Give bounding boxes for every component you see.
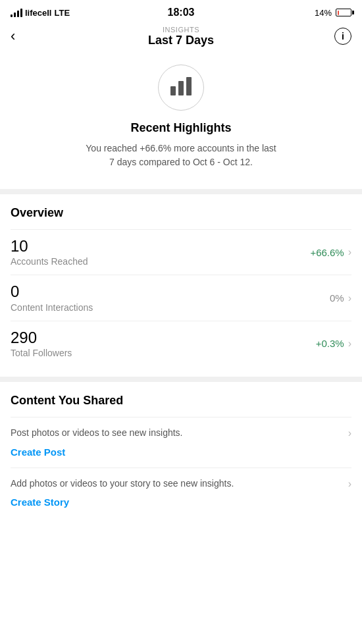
accounts-reached-number: 10 — [11, 238, 88, 255]
info-button[interactable]: i — [334, 28, 351, 45]
carrier-label: lifecell — [25, 8, 51, 18]
signal-bar-1 — [11, 14, 13, 17]
nav-header: ‹ INSIGHTS Last 7 Days i — [0, 24, 362, 51]
info-icon: i — [342, 31, 344, 41]
post-row-inner: Post photos or videos to see new insight… — [11, 427, 351, 440]
accounts-reached-left: 10 Accounts Reached — [11, 238, 88, 267]
chart-icon-circle — [158, 65, 204, 111]
total-followers-right: +0.3% › — [316, 338, 351, 350]
signal-bars — [11, 8, 22, 17]
content-interactions-label: Content Interactions — [11, 302, 93, 313]
accounts-reached-right: +66.6% › — [310, 246, 351, 258]
story-chevron: › — [348, 478, 351, 490]
story-row: Add photos or videos to your story to se… — [11, 468, 351, 518]
signal-bar-3 — [17, 11, 19, 17]
status-time: 18:03 — [168, 7, 195, 18]
signal-bar-2 — [14, 13, 16, 17]
battery-pct-label: 14% — [315, 8, 332, 18]
post-row: Post photos or videos to see new insight… — [11, 417, 351, 468]
bar-chart-icon — [169, 74, 193, 101]
content-interactions-row[interactable]: 0 Content Interactions 0% › — [11, 275, 351, 320]
content-shared-title: Content You Shared — [11, 394, 351, 408]
total-followers-number: 290 — [11, 329, 72, 346]
total-followers-change: +0.3% — [316, 338, 344, 349]
overview-section: Overview 10 Accounts Reached +66.6% › 0 … — [0, 194, 362, 382]
content-interactions-chevron: › — [348, 292, 351, 304]
post-description: Post photos or videos to see new insight… — [11, 427, 348, 440]
content-interactions-left: 0 Content Interactions — [11, 283, 93, 312]
story-description: Add photos or videos to your story to se… — [11, 477, 348, 491]
highlights-description: You reached +66.6% more accounts in the … — [82, 142, 280, 169]
signal-bar-4 — [20, 9, 22, 17]
back-button[interactable]: ‹ — [11, 28, 34, 45]
post-chevron: › — [348, 427, 351, 439]
svg-rect-1 — [178, 81, 184, 95]
content-interactions-right: 0% › — [330, 292, 351, 304]
total-followers-chevron: › — [348, 338, 351, 350]
create-story-button[interactable]: Create Story — [11, 496, 69, 508]
accounts-reached-change: +66.6% — [310, 247, 344, 258]
accounts-reached-label: Accounts Reached — [11, 256, 88, 267]
period-label: Last 7 Days — [148, 34, 214, 47]
content-interactions-change: 0% — [330, 292, 344, 304]
status-bar: lifecell LTE 18:03 14% — [0, 0, 362, 24]
insights-label: INSIGHTS — [148, 26, 214, 34]
total-followers-left: 290 Total Followers — [11, 329, 72, 358]
accounts-reached-row[interactable]: 10 Accounts Reached +66.6% › — [11, 229, 351, 275]
create-post-button[interactable]: Create Post — [11, 446, 65, 458]
total-followers-label: Total Followers — [11, 348, 72, 358]
story-row-inner: Add photos or videos to your story to se… — [11, 477, 351, 491]
content-shared-section: Content You Shared Post photos or videos… — [0, 382, 362, 518]
nav-title-block: INSIGHTS Last 7 Days — [148, 26, 214, 47]
status-left: lifecell LTE — [11, 8, 70, 18]
status-right: 14% — [315, 8, 351, 18]
accounts-reached-chevron: › — [348, 246, 351, 258]
network-label: LTE — [54, 8, 70, 18]
content-interactions-number: 0 — [11, 283, 93, 300]
total-followers-row[interactable]: 290 Total Followers +0.3% › — [11, 321, 351, 366]
overview-title: Overview — [11, 206, 351, 220]
highlights-section: Recent Highlights You reached +66.6% mor… — [0, 51, 362, 194]
highlights-title: Recent Highlights — [11, 121, 351, 135]
svg-rect-2 — [186, 77, 192, 95]
battery-icon — [336, 9, 351, 16]
svg-rect-0 — [170, 86, 176, 95]
